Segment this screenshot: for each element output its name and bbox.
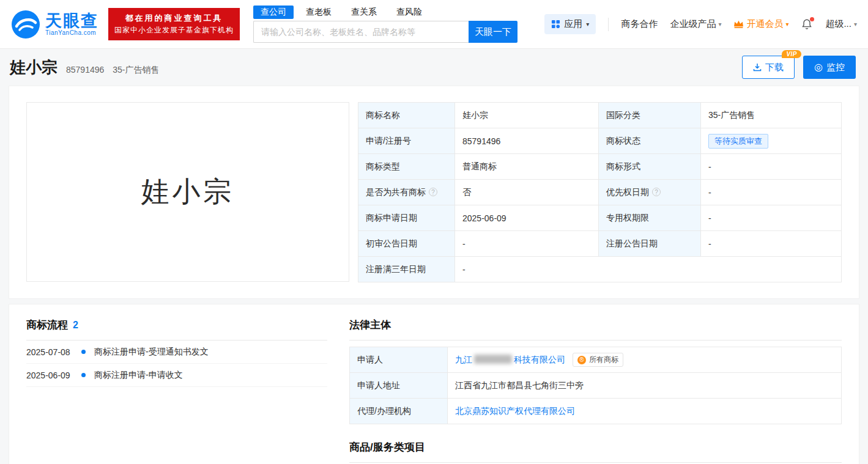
chevron-down-icon: ▾ xyxy=(854,21,857,28)
trademark-image: 娃小宗 xyxy=(26,102,349,282)
all-trademarks-badge[interactable]: ® 所有商标 xyxy=(573,353,623,367)
flow-text: 商标注册申请-申请收文 xyxy=(94,370,183,381)
tab-relation[interactable]: 查关系 xyxy=(344,6,384,19)
download-button[interactable]: 下载 VIP xyxy=(742,56,795,79)
nav-super-label: 超级... xyxy=(825,18,851,30)
field-label: 商标类型 xyxy=(358,154,455,180)
field-value: 娃小宗 xyxy=(455,103,599,128)
tianyancha-logo[interactable]: 天眼查 TianYanCha.com xyxy=(11,10,98,39)
field-value: 江西省九江市都昌县七角街三中旁 xyxy=(448,373,842,399)
apps-menu[interactable]: 应用 ▾ xyxy=(544,14,596,34)
monitor-label: 监控 xyxy=(826,62,845,73)
table-row: 商标名称 娃小宗 国际分类 35-广告销售 xyxy=(358,103,842,128)
trademark-reg-no: 85791496 xyxy=(66,65,104,75)
field-value: 2025-06-09 xyxy=(455,205,599,231)
nav-business-label: 商务合作 xyxy=(621,18,658,30)
table-row: 申请人地址 江西省九江市都昌县七角街三中旁 xyxy=(350,373,842,399)
status-badge[interactable]: 等待实质审查 xyxy=(708,134,768,149)
notifications-bell[interactable] xyxy=(801,18,813,31)
field-label: 代理/办理机构 xyxy=(350,399,448,424)
redacted-text xyxy=(474,355,512,364)
crown-icon xyxy=(733,20,744,28)
table-row: 商标类型 普通商标 商标形式 - xyxy=(358,154,842,180)
legal-entity-section: 法律主体 申请人 九江科技有限公司 ® 所有商标 申请人地址 江西省九江市都昌县… xyxy=(349,318,842,464)
section-title-flow: 商标流程 xyxy=(26,318,68,332)
field-value: 否 xyxy=(455,180,599,205)
chevron-down-icon: ▾ xyxy=(785,21,788,28)
field-value: 普通商标 xyxy=(455,154,599,180)
field-label: 商标名称 xyxy=(358,103,455,128)
tab-risk[interactable]: 查风险 xyxy=(389,6,429,19)
logo-text: 天眼查 xyxy=(45,12,98,29)
trademark-overview-card: 娃小宗 商标名称 娃小宗 国际分类 35-广告销售 申请/注册号 8579149… xyxy=(9,86,859,299)
trademark-flow-section: 商标流程 2 2025-07-08 商标注册申请-受理通知书发文 2025-06… xyxy=(26,318,327,464)
logo-domain: TianYanCha.com xyxy=(45,29,98,36)
field-label: 初审公告日期 xyxy=(358,231,455,257)
search-input[interactable] xyxy=(253,21,469,43)
field-label: 是否为共有商标? xyxy=(358,180,455,205)
nav-divider xyxy=(608,18,609,31)
field-value: 北京鼎苏知识产权代理有限公司 xyxy=(448,399,842,424)
legal-entity-table: 申请人 九江科技有限公司 ® 所有商标 申请人地址 江西省九江市都昌县七角街三中… xyxy=(349,347,842,424)
page-title: 娃小宗 xyxy=(10,57,57,78)
table-row: 申请/注册号 85791496 商标状态 等待实质审查 xyxy=(358,128,842,154)
field-label: 国际分类 xyxy=(599,103,701,128)
timeline-dot-icon xyxy=(81,350,86,354)
field-value: - xyxy=(701,231,842,257)
help-icon[interactable]: ? xyxy=(652,188,661,196)
field-value: - xyxy=(455,231,599,257)
page-actions: 下载 VIP ◎ 监控 xyxy=(742,56,858,79)
vip-badge: VIP xyxy=(782,50,801,58)
apps-grid-icon xyxy=(551,20,560,29)
field-label: 优先权日期? xyxy=(599,180,701,205)
applicant-link[interactable]: 九江科技有限公司 xyxy=(455,355,565,364)
nav-business-cooperation[interactable]: 商务合作 xyxy=(621,18,658,30)
banner-line1: 都在用的商业查询工具 xyxy=(114,12,234,24)
section-title-legal: 法律主体 xyxy=(349,318,391,332)
field-label: 商标形式 xyxy=(599,154,701,180)
chevron-down-icon: ▾ xyxy=(586,21,589,28)
table-row: 商标申请日期 2025-06-09 专用权期限 - xyxy=(358,205,842,231)
search-button[interactable]: 天眼一下 xyxy=(469,21,517,43)
top-nav: 应用 ▾ 商务合作 企业级产品 ▾ 开通会员 ▾ 超级... xyxy=(544,14,857,34)
field-label: 注册满三年日期 xyxy=(358,257,455,282)
apps-menu-label: 应用 xyxy=(564,18,582,30)
field-value: - xyxy=(701,205,842,231)
timeline-dot-icon xyxy=(81,373,86,377)
tab-company[interactable]: 查公司 xyxy=(253,6,294,19)
monitor-icon: ◎ xyxy=(814,62,823,72)
help-icon[interactable]: ? xyxy=(429,188,437,196)
nav-open-vip[interactable]: 开通会员 ▾ xyxy=(733,18,788,30)
flow-item: 2025-06-09 商标注册申请-申请收文 xyxy=(26,364,327,387)
registered-icon: ® xyxy=(577,356,586,364)
field-label: 商标申请日期 xyxy=(358,205,455,231)
field-label: 申请人地址 xyxy=(350,373,448,399)
field-value: 九江科技有限公司 ® 所有商标 xyxy=(448,347,842,373)
field-value: - xyxy=(701,180,842,205)
nav-enterprise-products[interactable]: 企业级产品 ▾ xyxy=(670,18,721,30)
field-label: 商标状态 xyxy=(599,128,701,154)
field-label: 专用权期限 xyxy=(599,205,701,231)
notification-dot-icon xyxy=(810,17,814,21)
agent-link[interactable]: 北京鼎苏知识产权代理有限公司 xyxy=(455,406,575,416)
trademark-detail-table: 商标名称 娃小宗 国际分类 35-广告销售 申请/注册号 85791496 商标… xyxy=(358,102,842,282)
monitor-button[interactable]: ◎ 监控 xyxy=(803,56,856,79)
search-area: 查公司 查老板 查关系 查风险 天眼一下 xyxy=(253,6,517,43)
search-tabs: 查公司 查老板 查关系 查风险 xyxy=(253,6,517,19)
nav-super[interactable]: 超级... ▾ xyxy=(825,18,857,30)
detail-sections-card: 商标流程 2 2025-07-08 商标注册申请-受理通知书发文 2025-06… xyxy=(9,304,859,464)
field-value: 85791496 xyxy=(455,128,599,154)
field-value: 35-广告销售 xyxy=(701,103,842,128)
chevron-down-icon: ▾ xyxy=(718,21,721,28)
download-icon xyxy=(753,63,762,72)
download-label: 下载 xyxy=(765,62,784,73)
nav-vip-label: 开通会员 xyxy=(746,18,783,30)
nav-enterprise-label: 企业级产品 xyxy=(670,18,716,30)
trademark-intl-class: 35-广告销售 xyxy=(113,65,159,76)
all-trademarks-label: 所有商标 xyxy=(589,355,618,365)
field-label: 注册公告日期 xyxy=(599,231,701,257)
flow-count: 2 xyxy=(73,320,78,331)
promo-banner: 都在用的商业查询工具 国家中小企业发展子基金旗下机构 xyxy=(108,8,240,40)
tab-boss[interactable]: 查老板 xyxy=(299,6,339,19)
flow-date: 2025-06-09 xyxy=(26,370,79,380)
